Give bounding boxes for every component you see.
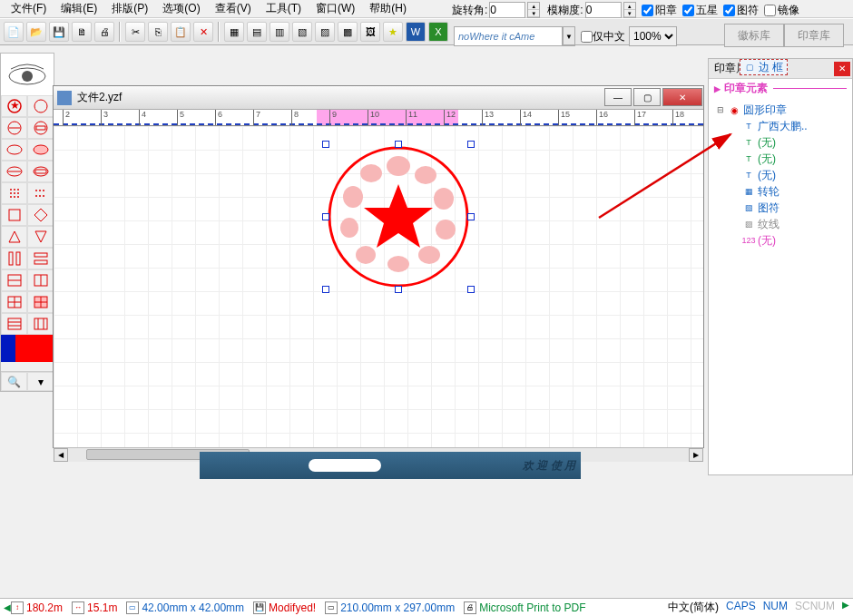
tree-item-6[interactable]: ▧图符 <box>740 200 848 216</box>
tree-item-1[interactable]: T广西大鹏.. <box>740 118 848 134</box>
blur-spinner[interactable]: ▲▼ <box>623 2 636 18</box>
font-dropdown[interactable]: ▼ <box>563 26 575 46</box>
menu-edit[interactable]: 编辑(E) <box>54 0 104 18</box>
shape-dotgrid2[interactable] <box>27 182 54 204</box>
tb-cut[interactable]: ✂ <box>125 22 145 42</box>
tb-open[interactable]: 📂 <box>26 22 46 42</box>
tb-align3[interactable]: ▥ <box>270 22 289 42</box>
tb-star[interactable]: ★ <box>383 22 403 42</box>
svg-point-4 <box>34 100 47 112</box>
tb-print[interactable]: 🖨 <box>94 22 114 42</box>
svg-point-15 <box>10 189 12 191</box>
status-bar: ◀ ↕180.2m ↔15.1m ▭42.00mm x 42.00mm 💾Mod… <box>0 598 853 616</box>
font-preview[interactable]: noWhere it cAme <box>454 26 563 46</box>
panel-section[interactable]: 印章元素 <box>709 79 852 98</box>
shape-oval-fill[interactable] <box>27 139 54 161</box>
svg-rect-31 <box>9 252 13 265</box>
shape-circle-star[interactable]: ★ <box>1 95 27 117</box>
shape-oval[interactable] <box>1 139 27 161</box>
tree-item-3[interactable]: T(无) <box>740 151 848 167</box>
shape-split-v[interactable] <box>27 269 54 291</box>
view-dropdown[interactable]: ▾ <box>27 372 54 391</box>
menu-help[interactable]: 帮助(H) <box>362 0 414 18</box>
tb-save[interactable]: 💾 <box>49 22 69 42</box>
ruler-tick: 2 <box>63 110 70 125</box>
view-tool[interactable]: 🔍 <box>1 372 27 391</box>
shape-colbar[interactable] <box>1 248 27 269</box>
tree-item-7[interactable]: ▨纹线 <box>740 216 848 232</box>
rotate-spinner[interactable]: ▲▼ <box>527 2 540 18</box>
tree-item-2[interactable]: T(无) <box>740 134 848 151</box>
shape-grid2[interactable] <box>1 291 27 313</box>
shape-circle-lines[interactable] <box>1 117 27 139</box>
tb-align2[interactable]: ▤ <box>247 22 267 42</box>
svg-point-60 <box>387 256 409 272</box>
canvas[interactable] <box>54 126 703 447</box>
cb-yang[interactable]: 阳章 <box>642 3 677 18</box>
tree-root[interactable]: ⊟ ◉ 圆形印章 <box>716 102 848 118</box>
shape-grid3[interactable] <box>27 291 54 313</box>
tb-img[interactable]: 🖼 <box>360 22 380 42</box>
cb-star[interactable]: 五星 <box>682 3 718 18</box>
rotate-label: 旋转角: <box>452 3 487 18</box>
menu-tools[interactable]: 工具(T) <box>259 0 309 18</box>
menu-options[interactable]: 选项(O) <box>155 0 207 18</box>
ruler[interactable]: 23456789101112131415161718 <box>54 110 703 126</box>
shape-circle-bar[interactable] <box>27 117 54 139</box>
blur-input[interactable] <box>585 2 622 18</box>
shape-list2[interactable] <box>27 313 54 335</box>
tab-stamp[interactable]: 印章库 <box>784 24 844 47</box>
tb-app2[interactable]: X <box>428 22 448 42</box>
svg-rect-30 <box>9 210 20 220</box>
tb-align4[interactable]: ▧ <box>292 22 312 42</box>
shape-rowbar[interactable] <box>27 248 54 269</box>
shape-oval-line[interactable] <box>1 161 27 182</box>
shape-rect[interactable] <box>1 204 27 226</box>
tb-align5[interactable]: ▨ <box>315 22 335 42</box>
svg-point-19 <box>14 192 15 194</box>
menu-window[interactable]: 窗口(W) <box>309 0 362 18</box>
ruler-tick: 12 <box>444 110 456 125</box>
panel-close[interactable]: ✕ <box>834 62 850 76</box>
tree-item-0[interactable]: ▢边 框 <box>740 59 788 75</box>
cb-tufu[interactable]: 图符 <box>723 3 759 18</box>
doc-titlebar[interactable]: 文件2.yzf — ▢ ✕ <box>54 86 703 110</box>
shape-tri-inv[interactable] <box>27 226 54 248</box>
shape-circle-thin[interactable] <box>27 95 54 117</box>
zoom-select[interactable]: 100% <box>629 26 677 46</box>
menu-file[interactable]: 文件(F) <box>4 0 54 18</box>
svg-point-55 <box>434 188 454 210</box>
svg-point-20 <box>17 192 19 194</box>
tree-item-8[interactable]: 123(无) <box>740 232 848 249</box>
menu-layout[interactable]: 排版(P) <box>104 0 155 18</box>
tb-align1[interactable]: ▦ <box>224 22 244 42</box>
shape-split-h[interactable] <box>1 269 27 291</box>
seal-object[interactable] <box>326 144 471 289</box>
shape-tri[interactable] <box>1 226 27 248</box>
win-close[interactable]: ✕ <box>662 88 702 106</box>
cb-mirror[interactable]: 镜像 <box>764 3 799 18</box>
tb-saveas[interactable]: 🗎 <box>72 22 92 42</box>
shape-oval-bar[interactable] <box>27 161 54 182</box>
tb-delete[interactable]: ✕ <box>193 22 213 42</box>
cn-only-check[interactable]: 仅中文 <box>581 29 625 44</box>
tb-align6[interactable]: ▩ <box>338 22 358 42</box>
svg-rect-32 <box>16 252 20 265</box>
win-min[interactable]: — <box>604 88 632 106</box>
tb-copy[interactable]: ⎘ <box>148 22 168 42</box>
tb-new[interactable]: 📄 <box>4 22 24 42</box>
properties-panel: 印章属性 ✕ 印章元素 ⊟ ◉ 圆形印章 ▢边 框T广西大鹏..T(无)T(无)… <box>708 58 853 475</box>
shape-dotgrid[interactable] <box>1 182 27 204</box>
rotate-input[interactable] <box>489 2 525 18</box>
color-swatch[interactable] <box>1 335 54 362</box>
tb-paste[interactable]: 📋 <box>171 22 191 42</box>
win-max[interactable]: ▢ <box>633 88 661 106</box>
svg-rect-34 <box>34 260 47 264</box>
shape-list[interactable] <box>1 313 27 335</box>
tb-app1[interactable]: W <box>406 22 426 42</box>
tab-badge[interactable]: 徽标库 <box>724 24 784 47</box>
shape-diamond[interactable] <box>27 204 54 226</box>
tree-item-4[interactable]: T(无) <box>740 167 848 183</box>
menu-view[interactable]: 查看(V) <box>208 0 259 18</box>
tree-item-5[interactable]: ▦转轮 <box>740 183 848 200</box>
